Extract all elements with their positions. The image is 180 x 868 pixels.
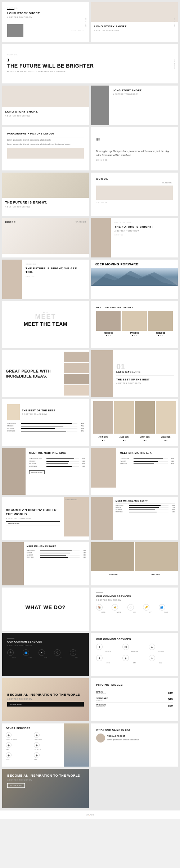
image-16b	[64, 723, 89, 767]
service-location: ◈ LOCATION	[34, 742, 60, 750]
learn-more-10b[interactable]: LEARN MORE	[29, 470, 45, 474]
slide-15b: BECOME AN INSPIRATION TO THE WORLD A BET…	[2, 678, 89, 721]
slide-09a: 01 LATIN MACGUIRE THE BEST OF THE BEST A…	[91, 350, 178, 397]
chevron-02a: ›	[7, 56, 173, 63]
vertical-brand-01b: SWIFT CO.	[174, 17, 176, 27]
title-16a: PRICING TABLES	[96, 683, 173, 687]
service-intel: ⚙ INTEL	[7, 649, 21, 658]
film-icon: ▶	[39, 649, 45, 656]
foo-icon: ✦	[96, 655, 103, 661]
image-12b	[2, 542, 24, 585]
image-09a	[91, 350, 113, 397]
image-12a	[91, 497, 113, 540]
person-10a-2	[114, 401, 134, 434]
subtitle-04b: A BETTER TOMORROW	[5, 206, 86, 208]
service-team-dark: 👥 TEAM	[23, 649, 37, 658]
watermark-text: gfx.xtra	[86, 813, 94, 816]
slide-01b: LONG STORY SHORT. A BETTER TOMORROW SWIF…	[91, 2, 178, 42]
person-10a-3	[135, 401, 155, 434]
best-icon: ◈	[6, 752, 12, 758]
subtitle-06a: A BETTER TOMORROW	[114, 230, 174, 232]
brand-bottom-05a: SWIFTCO.	[96, 201, 173, 204]
slide-13a: JOHN DOE JANE DOE	[91, 542, 178, 585]
person-card-2: JANE DOE	[122, 311, 147, 336]
section-06a: DISTRIBUTION	[114, 221, 174, 224]
services-14b: ⚙ INTEL 👥 TEAM ▶ FILM ⬡ HEX	[7, 649, 84, 658]
vertical-brand-02a: SWIFT CO.	[174, 58, 176, 69]
title-02b: LONG STORY SHORT.	[5, 110, 86, 114]
page-container: SWIFT CO. LONG STORY SHORT. A BETTER TOM…	[0, 0, 180, 819]
services-16b: ◈ FASHION SHOW ◈ DIRECTION ◈ NAVI ◈	[6, 732, 60, 760]
fashion-icon: ◈	[6, 732, 12, 738]
title-06b: THE FUTURE IS BRIGHT, WE ARE TOO.	[26, 267, 85, 274]
image-11b: EVERYTHING IS...	[64, 497, 89, 536]
image-03a	[91, 86, 109, 125]
subtitle-02b: A BETTER TOMORROW	[5, 115, 86, 117]
btn-17b[interactable]: LEARN MORE	[7, 783, 25, 788]
gfx-watermark: gfx.xtra	[0, 810, 180, 819]
image-05b	[2, 218, 89, 254]
title-15a: OUR COMMON SERVICES	[96, 638, 173, 641]
navi-icon: ◈	[6, 742, 12, 748]
slide-11b: BECOME AN INSPIRATION TO THE WORLD A BET…	[2, 497, 89, 540]
slide-16a: PRICING TABLES BASICFREELANCER $19 STAND…	[91, 678, 178, 721]
subtitle-02a: BETTER TOMORROW. CRAFTED FOR DREAMS & BU…	[7, 70, 173, 73]
person-card-1: JOHN DOE	[96, 311, 121, 336]
subtitle-03a: A BETTER TOMORROW	[113, 93, 174, 95]
service-foo: ✦ FOO	[96, 655, 120, 664]
box-icon: □	[127, 604, 134, 611]
service-passion: ♦ PASSION	[149, 644, 173, 653]
passion-icon: ♦	[149, 644, 155, 650]
service-write: ✍ WRITE	[112, 604, 126, 613]
slide-02a: SWIFT CO. › THE FUTURE WILL BE BRIGHTER …	[2, 44, 178, 83]
slide-10a: JOHN DOE JANE DOE JOHN DOE JANE DOE	[91, 399, 178, 446]
service-baz: ✦ BAZ	[149, 655, 173, 664]
name-12b: MEET MR. JAMES SWIFT	[27, 545, 86, 548]
title-10b: MEET MR. MARTIN L. KING	[29, 452, 85, 454]
title-04b: THE FUTURE IS BRIGHT.	[5, 201, 86, 205]
title-08a: MEET OUR BRILLIANT PEOPLE	[96, 306, 173, 309]
services-15a: ✦ CRITICAL ❄ WEATHER ♦ PASSION ✦ FOO	[96, 644, 173, 664]
person-img-b3	[64, 374, 89, 384]
testimonial-name: THOMAS FOCKER	[107, 735, 139, 737]
title-13b: WHAT WE DO?	[26, 604, 66, 611]
accent-14a	[96, 593, 103, 593]
services-14a: 🏠 HOME ✍ WRITE □ BOX 🔑 KEY	[96, 604, 173, 613]
service-team: 👥 TEAM	[159, 604, 173, 613]
person-img-b1	[64, 352, 89, 362]
mountain-svg	[91, 268, 178, 286]
slide-06a: DISTRIBUTION THE FUTURE IS BRIGHT! A BET…	[91, 218, 178, 257]
slide-04b: THE FUTURE IS BRIGHT. A BETTER TOMORROW	[2, 173, 89, 216]
section-06b: VARNISH	[26, 263, 85, 265]
bar-icon: ♦	[122, 655, 129, 661]
title-14a: OUR COMMON SERVICES	[96, 595, 173, 598]
accent-bar-01a	[7, 9, 14, 10]
slide-06b: VARNISH THE FUTURE IS BRIGHT, WE ARE TOO…	[2, 260, 89, 299]
accent-14b	[7, 638, 14, 639]
image-03b	[7, 148, 84, 159]
title-09b: THE BEST OF THE BEST	[22, 409, 55, 412]
image-09b	[7, 404, 20, 420]
btn-11b[interactable]: LEARN MORE	[6, 521, 60, 525]
slide-01a: SWIFT CO. LONG STORY SHORT. A BETTER TOM…	[2, 2, 89, 42]
btn-15b[interactable]: LEARN MORE	[7, 702, 84, 707]
subtitle-09b: A BETTER TOMORROW	[22, 413, 55, 415]
title-14b: OUR COMMON SERVICES	[7, 640, 84, 643]
person-img-1	[96, 311, 121, 331]
number-09a: 01	[116, 363, 174, 371]
slides-grid: SWIFT CO. LONG STORY SHORT. A BETTER TOM…	[0, 0, 180, 810]
key-icon: 🔑	[143, 604, 149, 611]
slide-02b: LONG STORY SHORT. A BETTER TOMORROW	[2, 86, 89, 125]
brand-sub-05a: TENURE	[96, 182, 173, 184]
brand-sub-05b: VARNISH	[76, 221, 86, 223]
person-13a-2	[135, 542, 178, 571]
image-07a	[91, 268, 178, 286]
title-01b: LONG STORY SHORT.	[94, 25, 175, 28]
title-03a: LONG STORY SHORT.	[113, 89, 174, 92]
subtitle-09a: A BETTER TOMORROW	[116, 382, 174, 384]
title-01a: LONG STORY SHORT.	[7, 12, 84, 15]
name-09a: LATIN MACGUIRE	[116, 371, 174, 374]
image-06a	[91, 218, 111, 257]
person-img-b2	[64, 363, 89, 373]
location-icon: ◈	[34, 742, 40, 748]
